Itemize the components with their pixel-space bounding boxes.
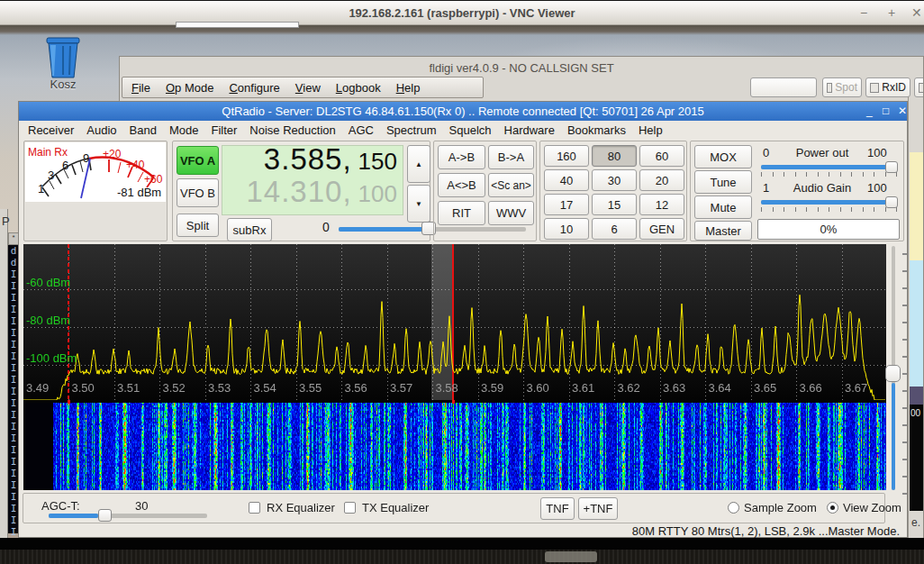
vnc-maximize-icon[interactable]: + [888,5,895,20]
tx-equalizer-label: TX Equalizer [362,501,429,514]
band-17-button[interactable]: 17 [544,194,589,215]
band-12-button[interactable]: 12 [639,194,684,215]
gain-slider-ticks [761,207,898,213]
fldigi-menu-logbook[interactable]: Logbook [336,81,381,95]
frequency-display[interactable]: 3.585, 150 14.310, 100 [222,145,403,215]
background-window-sliver [176,22,299,28]
slider-tick [851,207,852,212]
agc-t-label: AGC-T: [41,499,80,513]
a-to-b-button[interactable]: A->B [438,145,485,169]
qtradio-titlebar[interactable]: QtRadio - Server: DL2STG 46.84.61.150(Rx… [19,102,907,121]
slider-tick [874,172,874,177]
left-window-letter: P [2,214,10,228]
frequency-main-row: 3.585, 150 [264,142,397,177]
band-160-button[interactable]: 160 [544,145,589,167]
menu-filter[interactable]: Filter [211,123,237,137]
rit-button[interactable]: RIT [438,201,485,225]
slider-tick [784,172,784,177]
a-swap-b-button[interactable]: A<>B [438,173,485,197]
spectrum-canvas[interactable] [23,244,886,400]
menu-audio[interactable]: Audio [86,123,116,137]
smeter-s3: 3 [48,168,54,182]
taskbar[interactable] [0,550,924,564]
tx-progress-bar: 0% [757,219,900,240]
spectrum-display[interactable]: -60 dBm-80 dBm-100 dBm 3.493.503.513.523… [23,244,886,400]
band-6-button[interactable]: 6 [592,218,637,240]
vnc-minimize-icon[interactable]: − [860,5,867,20]
gain-min-label: 1 [763,181,769,195]
rx-equalizer-checkbox[interactable] [249,502,260,514]
b-to-a-button[interactable]: B->A [488,145,534,169]
slider-tick [874,207,874,212]
qtradio-minimize-icon[interactable]: _ [866,105,873,117]
vnc-close-icon[interactable]: ✕ [911,5,922,20]
band-15-button[interactable]: 15 [592,194,637,215]
band-60-button[interactable]: 60 [639,145,684,167]
band-80-button[interactable]: 80 [592,145,637,167]
frequency-spin-up-icon[interactable]: ▲ [407,145,430,183]
fldigi-menu-configure[interactable]: Configure [229,81,279,95]
fldigi-window-title: fldigi ver4.0.9 - NO CALLSIGN SET [120,61,923,75]
frequency-spin-down-icon[interactable]: ▼ [407,185,430,223]
scan-button[interactable]: <Sc an> [488,173,534,197]
menu-receiver[interactable]: Receiver [28,123,74,137]
fldigi-blank-button[interactable] [750,77,817,97]
mute-button[interactable]: Mute [694,196,752,219]
power-max-label: 100 [867,146,887,159]
pan-tick [902,356,907,358]
menu-agc[interactable]: AGC [349,123,374,137]
pan-tick [902,270,907,272]
trash-icon[interactable] [36,32,90,79]
waterfall-display[interactable] [23,400,886,490]
fldigi-spot-toggle[interactable]: Spot [822,77,862,97]
tune-button[interactable]: Tune [694,170,752,194]
menu-bookmarks[interactable]: Bookmarks [567,123,626,137]
slider-tick [761,207,762,212]
band-30-button[interactable]: 30 [592,169,637,191]
frequency-main: 3.585, [264,142,352,177]
tune-slider-label: 0 [322,220,330,234]
band-10-button[interactable]: 10 [544,218,589,240]
pan-slider-knob[interactable] [885,365,901,382]
fldigi-menu-file[interactable]: File [131,81,150,95]
bottom-controls: AGC-T: 30 RX Equalizer TX Equalizer TNF … [23,493,885,523]
qtradio-maximize-icon[interactable]: □ [883,105,889,117]
master-button[interactable]: Master [694,221,752,241]
subrx-button[interactable]: subRx [227,218,272,241]
view-zoom-radio[interactable] [827,502,838,514]
menu-band[interactable]: Band [130,123,157,137]
tx-equalizer-checkbox[interactable] [344,502,356,514]
band-40-button[interactable]: 40 [544,169,589,191]
agc-t-value: 30 [135,499,148,513]
slider-tick [818,207,819,212]
band-gen-button[interactable]: GEN [639,218,684,240]
plus-tnf-button[interactable]: +TNF [578,497,618,520]
menu-hardware[interactable]: Hardware [504,123,555,137]
menu-help[interactable]: Help [639,123,663,137]
tune-slider-fill [339,227,428,232]
tnf-button[interactable]: TNF [540,497,575,520]
menu-spectrum[interactable]: Spectrum [386,123,437,137]
taskbar-item[interactable] [545,551,597,562]
fldigi-menu-help[interactable]: Help [396,81,421,95]
mox-button[interactable]: MOX [694,145,752,168]
split-button[interactable]: Split [177,214,219,237]
menu-noise-reduction[interactable]: Noise Reduction [249,123,335,137]
menu-squelch[interactable]: Squelch [449,123,492,137]
vfo-b-button[interactable]: VFO B [177,178,219,207]
vfo-a-button[interactable]: VFO A [177,146,219,175]
sample-zoom-radio[interactable] [728,502,739,514]
wwv-button[interactable]: WWV [488,201,534,225]
agc-t-slider-knob[interactable] [98,509,112,522]
fldigi-rxid-toggle[interactable]: RxID [865,77,910,97]
fldigi-menu-view[interactable]: View [295,81,321,95]
pan-tick [902,253,907,255]
band-20-button[interactable]: 20 [639,169,684,191]
menu-mode[interactable]: Mode [169,123,199,137]
vfo-xfer-panel: A->B B->A A<>B <Sc an> RIT WWV [433,141,537,241]
fldigi-menu-opmode[interactable]: Op Mode [166,81,214,95]
pan-tick [902,390,907,392]
waterfall-canvas[interactable] [23,400,886,490]
fldigi-txid-toggle[interactable]: T [914,77,924,97]
qtradio-close-icon[interactable]: ✕ [898,105,907,117]
